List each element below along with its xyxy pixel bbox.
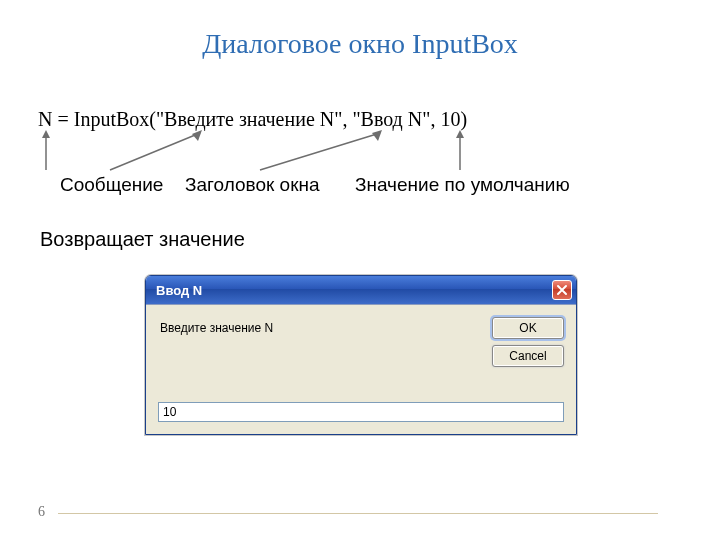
svg-marker-7 — [456, 130, 464, 138]
svg-line-4 — [260, 133, 380, 170]
dialog-title: Ввод N — [156, 283, 202, 298]
dialog-prompt: Введите значение N — [160, 321, 273, 335]
cancel-button[interactable]: Cancel — [492, 345, 564, 367]
label-returns: Возвращает значение — [40, 228, 245, 251]
page-number: 6 — [38, 504, 45, 520]
slide-title: Диалоговое окно InputBox — [0, 28, 720, 60]
footer-rule — [58, 513, 658, 514]
dialog-body: Введите значение N OK Cancel 10 — [146, 304, 576, 434]
ok-button[interactable]: OK — [492, 317, 564, 339]
close-button[interactable] — [552, 280, 572, 300]
close-icon — [556, 284, 568, 296]
label-message: Сообщение — [60, 174, 163, 196]
label-default-value: Значение по умолчанию — [355, 174, 570, 196]
dialog-titlebar: Ввод N — [146, 276, 576, 304]
svg-marker-3 — [192, 130, 202, 141]
svg-marker-1 — [42, 130, 50, 138]
input-field[interactable]: 10 — [158, 402, 564, 422]
inputbox-dialog-screenshot: Ввод N Введите значение N OK Cancel 10 — [145, 275, 575, 435]
label-window-title: Заголовок окна — [185, 174, 320, 196]
svg-line-2 — [110, 133, 200, 170]
code-line: N = InputBox("Введите значение N", "Ввод… — [38, 108, 467, 131]
